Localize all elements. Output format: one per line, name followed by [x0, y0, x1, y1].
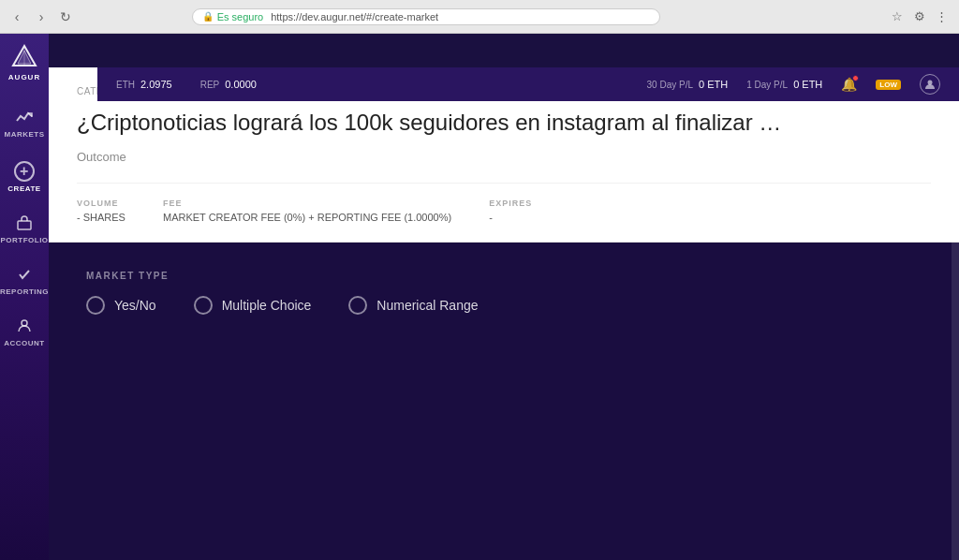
account-icon: [17, 318, 32, 336]
create-section: MARKET TYPE Yes/No Multiple Choice Numer…: [49, 243, 959, 560]
browser-actions: ☆ ⚙ ⋮: [888, 7, 952, 26]
market-type-label: MARKET TYPE: [86, 271, 922, 281]
sidebar-item-create[interactable]: + CREATE: [0, 150, 49, 204]
sidebar: AUGUR MARKETS + CREATE PORTFOLIO: [0, 34, 49, 560]
fee-value: MARKET CREATOR FEE (0%) + REPORTING FEE …: [163, 212, 451, 223]
pnl-1day: 1 Day P/L 0 ETH: [746, 79, 822, 90]
sidebar-item-account-label: ACCOUNT: [4, 339, 45, 347]
extension-button[interactable]: ⚙: [910, 7, 929, 26]
radio-multiple-choice-circle: [194, 296, 213, 315]
main-content: CATEGORY / REVISTA TAGS / NOTICIAS / ESP…: [49, 67, 959, 560]
pnl-30day-value: 0 ETH: [699, 79, 728, 90]
lock-icon: 🔒: [202, 11, 214, 22]
forward-button[interactable]: ›: [32, 7, 51, 26]
notification-bell[interactable]: 🔔: [841, 77, 857, 92]
rep-label: REP: [200, 80, 220, 90]
volume-stat: VOLUME - SHARES: [77, 199, 125, 223]
right-panel: ETH 2.0975 REP 0.0000 30 Day P/L 0 ETH 1…: [49, 34, 959, 560]
market-stats: VOLUME - SHARES FEE MARKET CREATOR FEE (…: [77, 183, 931, 223]
secure-label: Es seguro: [217, 11, 264, 22]
eth-value: 2.0975: [140, 79, 172, 90]
pnl-1day-label: 1 Day P/L: [746, 80, 788, 90]
radio-yes-no-label: Yes/No: [114, 298, 156, 313]
sidebar-item-account[interactable]: ACCOUNT: [0, 307, 49, 359]
notification-dot: [852, 75, 859, 81]
expires-label: EXPIRES: [489, 199, 532, 208]
nav-items: MARKETS + CREATE PORTFOLIO REPORTING: [0, 100, 49, 359]
sidebar-item-markets-label: MARKETS: [4, 130, 44, 139]
radio-numerical-range-circle: [348, 296, 367, 315]
pnl-1day-value: 0 ETH: [793, 79, 822, 90]
fee-label: FEE: [163, 199, 451, 208]
logo-area: AUGUR: [0, 34, 49, 91]
portfolio-icon: [17, 215, 32, 233]
back-button[interactable]: ‹: [7, 7, 26, 26]
eth-balance: ETH 2.0975: [116, 79, 172, 90]
pnl-30day: 30 Day P/L 0 ETH: [647, 79, 729, 90]
volume-value: - SHARES: [77, 212, 125, 223]
radio-multiple-choice[interactable]: Multiple Choice: [194, 296, 312, 315]
create-icon: +: [14, 161, 35, 182]
top-bar-right: 30 Day P/L 0 ETH 1 Day P/L 0 ETH 🔔 LOW: [647, 74, 940, 95]
sidebar-item-portfolio-label: PORTFOLIO: [0, 236, 48, 244]
sidebar-item-create-label: CREATE: [7, 184, 40, 193]
sidebar-item-markets[interactable]: MARKETS: [0, 100, 49, 150]
logo-text: AUGUR: [8, 73, 40, 81]
eth-label: ETH: [116, 80, 135, 90]
market-title: ¿Criptonoticias logrará los 100k seguido…: [77, 108, 931, 137]
avatar[interactable]: [920, 74, 940, 95]
rep-value: 0.0000: [225, 79, 257, 90]
svg-point-4: [22, 320, 27, 326]
rep-balance: REP 0.0000: [200, 79, 257, 90]
address-bar[interactable]: 🔒 Es seguro https://dev.augur.net/#/crea…: [192, 8, 660, 25]
browser-chrome: ‹ › ↻ 🔒 Es seguro https://dev.augur.net/…: [0, 0, 959, 34]
radio-yes-no-circle: [86, 296, 105, 315]
markets-icon: [16, 111, 33, 127]
url-text: https://dev.augur.net/#/create-market: [271, 11, 438, 22]
reload-button[interactable]: ↻: [56, 7, 75, 26]
augur-logo-icon: [10, 43, 38, 71]
sidebar-item-reporting-label: REPORTING: [0, 287, 49, 296]
radio-numerical-range-label: Numerical Range: [376, 298, 478, 313]
radio-numerical-range[interactable]: Numerical Range: [348, 296, 478, 315]
radio-multiple-choice-label: Multiple Choice: [222, 298, 312, 313]
svg-rect-3: [18, 221, 31, 229]
outcome-label: Outcome: [77, 150, 931, 164]
app: AUGUR MARKETS + CREATE PORTFOLIO: [0, 34, 959, 560]
volume-label: VOLUME: [77, 199, 125, 208]
bookmark-button[interactable]: ☆: [888, 7, 907, 26]
svg-point-5: [928, 81, 933, 85]
pnl-30day-label: 30 Day P/L: [647, 80, 693, 90]
more-button[interactable]: ⋮: [933, 7, 952, 26]
fee-stat: FEE MARKET CREATOR FEE (0%) + REPORTING …: [163, 199, 451, 223]
market-type-options: Yes/No Multiple Choice Numerical Range: [86, 296, 922, 315]
expires-value: -: [489, 212, 532, 223]
low-badge: LOW: [876, 80, 901, 90]
expires-stat: EXPIRES -: [489, 199, 532, 223]
radio-yes-no[interactable]: Yes/No: [86, 296, 156, 315]
sidebar-item-reporting[interactable]: REPORTING: [0, 256, 49, 307]
reporting-icon: [17, 267, 32, 285]
sidebar-item-portfolio[interactable]: PORTFOLIO: [0, 204, 49, 256]
scrollbar[interactable]: [952, 67, 959, 560]
top-bar: ETH 2.0975 REP 0.0000 30 Day P/L 0 ETH 1…: [97, 67, 959, 101]
